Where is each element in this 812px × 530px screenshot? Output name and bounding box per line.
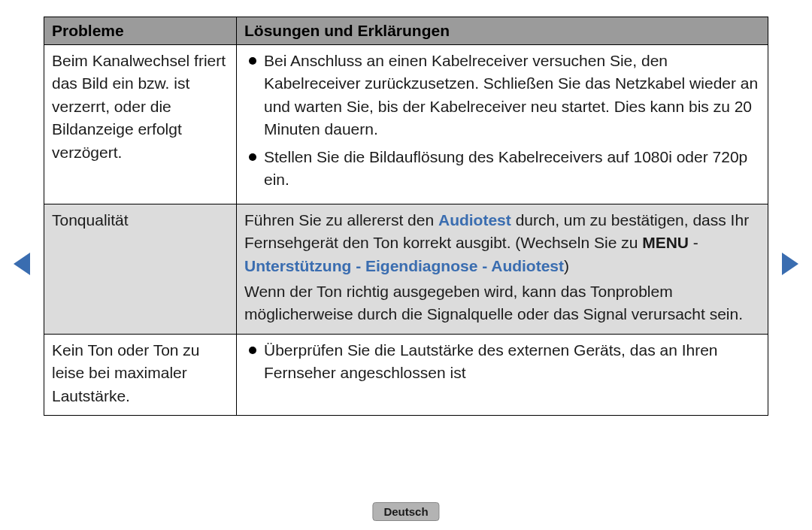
- list-item: Stellen Sie die Bildauflösung des Kabelr…: [244, 146, 760, 192]
- solution-cell: Bei Anschluss an einen Kabelreceiver ver…: [237, 45, 768, 204]
- text: ): [564, 257, 569, 274]
- prev-page-arrow[interactable]: [14, 253, 30, 275]
- solution-cell: Führen Sie zu allererst den Audiotest du…: [237, 204, 768, 334]
- troubleshooting-table: Probleme Lösungen und Erklärungen Beim K…: [44, 17, 768, 416]
- table-row: Kein Ton oder Ton zu leise bei maximaler…: [44, 335, 768, 415]
- language-indicator: Deutsch: [372, 502, 439, 521]
- solution-cell: Überprüfen Sie die Lautstärke des extern…: [237, 335, 768, 415]
- table-header-row: Probleme Lösungen und Erklärungen: [44, 17, 768, 45]
- list-item: Bei Anschluss an einen Kabelreceiver ver…: [244, 50, 760, 141]
- text: -: [689, 234, 698, 251]
- problem-cell: Kein Ton oder Ton zu leise bei maximaler…: [44, 335, 237, 415]
- menu-path: Unterstützung - Eigendiagnose - Audiotes…: [244, 257, 564, 274]
- menu-label: MENU: [642, 234, 689, 251]
- table-row: Beim Kanalwechsel friert das Bild ein bz…: [44, 45, 768, 204]
- problem-cell: Beim Kanalwechsel friert das Bild ein bz…: [44, 45, 237, 204]
- table-row: Tonqualität Führen Sie zu allererst den …: [44, 204, 768, 335]
- text: Führen Sie zu allererst den: [244, 211, 438, 229]
- header-problems: Probleme: [44, 17, 237, 44]
- next-page-arrow[interactable]: [782, 253, 798, 275]
- list-item: Überprüfen Sie die Lautstärke des extern…: [244, 339, 760, 385]
- problem-cell: Tonqualität: [44, 204, 237, 334]
- header-solutions: Lösungen und Erklärungen: [237, 17, 768, 44]
- text: Wenn der Ton richtig ausgegeben wird, ka…: [244, 283, 743, 323]
- highlight-audiotest: Audiotest: [438, 211, 511, 229]
